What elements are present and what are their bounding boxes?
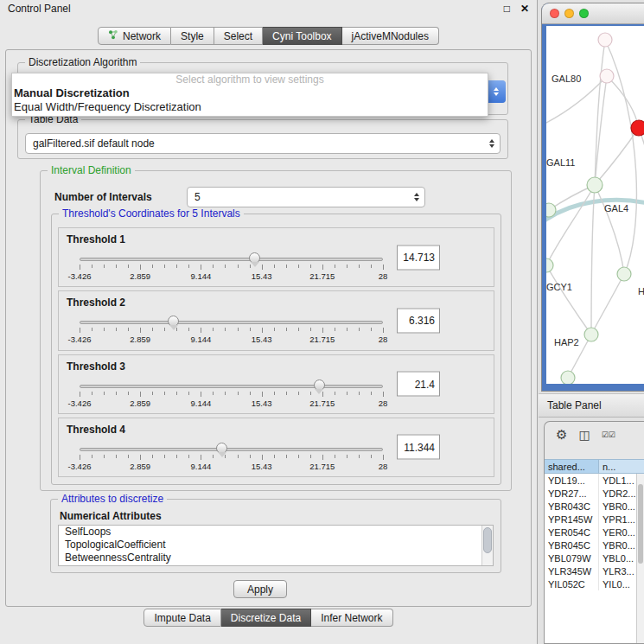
columns-icon[interactable]: ◫ <box>578 428 590 442</box>
slider-tick-labels: -3.4262.8599.14415.4321.71528 <box>80 271 383 281</box>
attribute-list-item[interactable]: TopologicalCoefficient <box>59 539 493 552</box>
table-row[interactable]: YIL052CYIL0... <box>545 577 644 590</box>
table-data-combo-value: galFiltered.sif default node <box>26 137 484 150</box>
table-row[interactable]: YLR345WYLR3... <box>545 564 644 577</box>
tick-label: -3.426 <box>68 271 92 281</box>
minimize-traffic-light-icon[interactable] <box>564 9 574 18</box>
panel-title: Control Panel <box>8 3 494 15</box>
tick-mark <box>164 265 165 268</box>
threshold-value-field[interactable]: 14.713 <box>397 245 440 270</box>
tab-select[interactable]: Select <box>214 27 263 45</box>
interval-definition-group: Interval Definition Number of Intervals … <box>40 170 512 491</box>
tab-jactivemnodules[interactable]: jActiveMNodules <box>342 27 439 45</box>
slider-thumb[interactable] <box>249 252 260 264</box>
tick-mark <box>335 328 335 331</box>
combo-stepper-icon[interactable] <box>484 139 500 148</box>
slider-thumb[interactable] <box>216 443 227 454</box>
network-node[interactable] <box>584 328 598 341</box>
attribute-list-item[interactable]: SelfLoops <box>59 526 493 539</box>
gear-icon[interactable]: ⚙ <box>556 427 567 443</box>
attributes-scrollbar[interactable] <box>481 526 493 565</box>
attribute-list-item[interactable]: BetweennessCentrality <box>59 552 493 564</box>
algorithm-dropdown-popup: Select algorithm to view settings Manual… <box>11 73 488 117</box>
tick-mark <box>140 455 141 460</box>
tick-mark <box>371 265 372 268</box>
threshold-slider[interactable]: -3.4262.8599.14415.4321.71528 <box>80 378 383 411</box>
algorithm-group-title: Discretization Algorithm <box>25 56 140 68</box>
table-data-combo[interactable]: galFiltered.sif default node <box>25 133 501 154</box>
combo-stepper-icon[interactable] <box>409 193 424 201</box>
table-row[interactable]: YER054CYER0... <box>545 526 644 539</box>
threshold-value-field[interactable]: 21.4 <box>397 372 440 397</box>
tick-label: 2.859 <box>130 271 150 281</box>
scrollbar-thumb[interactable] <box>483 527 492 553</box>
tick-mark <box>310 328 311 331</box>
tab-impute-data[interactable]: Impute Data <box>143 609 220 627</box>
tick-mark <box>286 455 287 458</box>
slider-thumb[interactable] <box>314 379 325 391</box>
network-canvas[interactable]: GAL80GAL11GAL4GCY1HAP2H <box>546 26 644 384</box>
table-row[interactable]: YBL079WYBL0... <box>545 552 644 564</box>
threshold-slider[interactable]: -3.4262.8599.14415.4321.71528 <box>80 314 383 347</box>
threshold-slider[interactable]: -3.4262.8599.14415.4321.71528 <box>80 441 383 474</box>
node-label-h: H <box>638 286 644 296</box>
tab-network[interactable]: Network <box>98 27 171 45</box>
popup-item-manual-discretization[interactable]: Manual Discretization <box>12 86 488 100</box>
close-traffic-light-icon[interactable] <box>550 9 559 18</box>
table-row[interactable]: YBR045CYBR0... <box>545 539 644 552</box>
tick-mark <box>140 392 141 397</box>
table-row[interactable]: YDR27...YDR2... <box>545 487 644 500</box>
zoom-traffic-light-icon[interactable] <box>579 9 589 18</box>
tab-infer-network[interactable]: Infer Network <box>311 609 392 627</box>
threshold-value-field[interactable]: 6.316 <box>397 308 440 333</box>
network-node[interactable] <box>561 371 575 384</box>
table-row[interactable]: YBR043CYBR0... <box>545 500 644 513</box>
tick-mark <box>116 455 117 458</box>
tick-mark <box>128 455 129 458</box>
network-node[interactable] <box>546 258 553 272</box>
slider-thumb[interactable] <box>168 316 179 327</box>
network-node[interactable] <box>598 33 612 47</box>
tab-cyni-toolbox[interactable]: Cyni Toolbox <box>263 27 341 45</box>
slider-ticks <box>80 455 383 461</box>
tick-label: 2.859 <box>130 399 150 408</box>
tick-mark <box>238 392 239 395</box>
tick-mark <box>152 455 153 458</box>
apply-button[interactable]: Apply <box>233 580 287 598</box>
selected-network-node[interactable] <box>631 120 644 136</box>
node-label-gcy1: GCY1 <box>546 282 572 292</box>
cell-shared-name: YPR145W <box>545 513 599 526</box>
network-node[interactable] <box>617 267 631 281</box>
tab-style[interactable]: Style <box>171 27 214 45</box>
close-icon[interactable]: ✕ <box>520 3 529 15</box>
threshold-value-field[interactable]: 11.344 <box>397 435 440 460</box>
tick-label: -3.426 <box>68 399 92 408</box>
scrollbar-thumb[interactable] <box>638 484 643 564</box>
combo-stepper-icon[interactable] <box>487 80 506 103</box>
table-panel-titlebar: Table Panel <box>539 393 644 418</box>
network-node[interactable] <box>587 177 603 193</box>
tick-mark <box>250 455 251 458</box>
tick-mark <box>188 265 189 268</box>
table-row[interactable]: YPR145WYPR1... <box>545 513 644 526</box>
tick-mark <box>298 265 299 268</box>
column-header-name[interactable]: n... <box>599 460 644 473</box>
network-window-titlebar[interactable] <box>542 3 644 24</box>
tick-label: 28 <box>379 271 388 281</box>
tab-discretize-data[interactable]: Discretize Data <box>221 609 311 627</box>
table-row[interactable]: YDL19...YDL1... <box>545 474 644 487</box>
checkbox-icons[interactable]: ☑☑ <box>602 430 615 439</box>
tick-mark <box>286 328 287 331</box>
column-header-shared-name[interactable]: shared... <box>545 460 599 473</box>
tick-mark <box>347 265 348 268</box>
network-node[interactable] <box>600 69 614 83</box>
cell-shared-name: YBR043C <box>545 500 599 513</box>
threshold-slider[interactable]: -3.4262.8599.14415.4321.71528 <box>80 251 383 284</box>
table-scrollbar[interactable] <box>636 474 644 643</box>
network-node[interactable] <box>546 203 556 217</box>
float-window-icon[interactable]: □ <box>504 3 510 15</box>
tab-label: Cyni Toolbox <box>272 30 331 42</box>
popup-item-equal-width-frequency-discretization[interactable]: Equal Width/Frequency Discretization <box>12 100 488 114</box>
interval-definition-title: Interval Definition <box>48 164 135 176</box>
number-of-intervals-combo[interactable]: 5 <box>187 187 425 207</box>
